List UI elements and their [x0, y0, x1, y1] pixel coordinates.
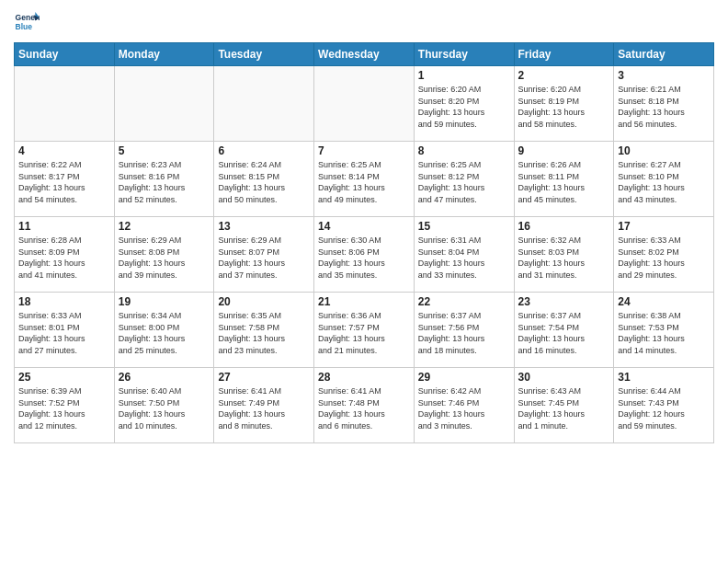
day-info: Sunrise: 6:30 AMSunset: 8:06 PMDaylight:…	[318, 235, 410, 281]
day-info: Sunrise: 6:23 AMSunset: 8:16 PMDaylight:…	[119, 159, 210, 205]
calendar-cell	[114, 66, 214, 142]
calendar-cell: 24Sunrise: 6:38 AMSunset: 7:53 PMDayligh…	[614, 293, 714, 368]
calendar-week-2: 11Sunrise: 6:28 AMSunset: 8:09 PMDayligh…	[15, 217, 714, 293]
day-info: Sunrise: 6:25 AMSunset: 8:12 PMDaylight:…	[418, 159, 510, 205]
day-info: Sunrise: 6:33 AMSunset: 8:01 PMDaylight:…	[18, 310, 110, 356]
weekday-row: SundayMondayTuesdayWednesdayThursdayFrid…	[15, 43, 714, 66]
calendar-cell: 27Sunrise: 6:41 AMSunset: 7:49 PMDayligh…	[214, 368, 314, 443]
calendar-table: SundayMondayTuesdayWednesdayThursdayFrid…	[14, 42, 714, 443]
calendar-week-0: 1Sunrise: 6:20 AMSunset: 8:20 PMDaylight…	[15, 66, 714, 142]
day-number: 20	[218, 295, 310, 308]
day-number: 12	[119, 220, 210, 233]
day-number: 11	[18, 220, 110, 233]
day-number: 27	[218, 371, 310, 384]
day-info: Sunrise: 6:32 AMSunset: 8:03 PMDaylight:…	[518, 235, 610, 281]
day-info: Sunrise: 6:38 AMSunset: 7:53 PMDaylight:…	[618, 310, 710, 356]
calendar-cell: 13Sunrise: 6:29 AMSunset: 8:07 PMDayligh…	[214, 217, 314, 293]
calendar-cell: 18Sunrise: 6:33 AMSunset: 8:01 PMDayligh…	[15, 293, 115, 368]
day-number: 6	[218, 144, 310, 157]
calendar-cell: 6Sunrise: 6:24 AMSunset: 8:15 PMDaylight…	[214, 142, 314, 217]
calendar-cell	[214, 66, 314, 142]
day-info: Sunrise: 6:34 AMSunset: 8:00 PMDaylight:…	[119, 310, 210, 356]
calendar-cell: 17Sunrise: 6:33 AMSunset: 8:02 PMDayligh…	[614, 217, 714, 293]
calendar-cell: 11Sunrise: 6:28 AMSunset: 8:09 PMDayligh…	[15, 217, 115, 293]
calendar-cell	[15, 66, 115, 142]
calendar-cell: 28Sunrise: 6:41 AMSunset: 7:48 PMDayligh…	[314, 368, 415, 443]
day-number: 7	[318, 144, 410, 157]
calendar-week-4: 25Sunrise: 6:39 AMSunset: 7:52 PMDayligh…	[15, 368, 714, 443]
calendar-cell: 4Sunrise: 6:22 AMSunset: 8:17 PMDaylight…	[15, 142, 115, 217]
day-number: 26	[119, 371, 210, 384]
day-info: Sunrise: 6:31 AMSunset: 8:04 PMDaylight:…	[418, 235, 510, 281]
day-info: Sunrise: 6:33 AMSunset: 8:02 PMDaylight:…	[618, 235, 710, 281]
weekday-header-sunday: Sunday	[15, 43, 115, 66]
calendar-cell: 31Sunrise: 6:44 AMSunset: 7:43 PMDayligh…	[614, 368, 714, 443]
day-number: 29	[418, 371, 510, 384]
day-number: 21	[318, 295, 410, 308]
calendar-cell: 22Sunrise: 6:37 AMSunset: 7:56 PMDayligh…	[414, 293, 514, 368]
day-info: Sunrise: 6:29 AMSunset: 8:07 PMDaylight:…	[218, 235, 310, 281]
page: General Blue SundayMondayTuesdayWednesda…	[0, 0, 728, 563]
calendar-cell: 23Sunrise: 6:37 AMSunset: 7:54 PMDayligh…	[514, 293, 614, 368]
day-number: 13	[218, 220, 310, 233]
day-number: 23	[518, 295, 610, 308]
day-number: 18	[18, 295, 110, 308]
calendar-cell: 8Sunrise: 6:25 AMSunset: 8:12 PMDaylight…	[414, 142, 514, 217]
weekday-header-wednesday: Wednesday	[314, 43, 415, 66]
day-number: 10	[618, 144, 710, 157]
day-info: Sunrise: 6:25 AMSunset: 8:14 PMDaylight:…	[318, 159, 410, 205]
calendar-cell	[314, 66, 415, 142]
calendar-week-1: 4Sunrise: 6:22 AMSunset: 8:17 PMDaylight…	[15, 142, 714, 217]
weekday-header-saturday: Saturday	[614, 43, 714, 66]
calendar-cell: 14Sunrise: 6:30 AMSunset: 8:06 PMDayligh…	[314, 217, 415, 293]
calendar-cell: 1Sunrise: 6:20 AMSunset: 8:20 PMDaylight…	[414, 66, 514, 142]
day-info: Sunrise: 6:27 AMSunset: 8:10 PMDaylight:…	[618, 159, 710, 205]
calendar-cell: 26Sunrise: 6:40 AMSunset: 7:50 PMDayligh…	[114, 368, 214, 443]
calendar-cell: 21Sunrise: 6:36 AMSunset: 7:57 PMDayligh…	[314, 293, 415, 368]
weekday-header-friday: Friday	[514, 43, 614, 66]
day-number: 16	[518, 220, 610, 233]
day-number: 15	[418, 220, 510, 233]
day-info: Sunrise: 6:24 AMSunset: 8:15 PMDaylight:…	[218, 159, 310, 205]
calendar-cell: 7Sunrise: 6:25 AMSunset: 8:14 PMDaylight…	[314, 142, 415, 217]
day-info: Sunrise: 6:41 AMSunset: 7:48 PMDaylight:…	[318, 385, 410, 431]
weekday-header-monday: Monday	[114, 43, 214, 66]
header: General Blue	[14, 9, 714, 35]
calendar-cell: 25Sunrise: 6:39 AMSunset: 7:52 PMDayligh…	[15, 368, 115, 443]
day-number: 24	[618, 295, 710, 308]
svg-text:Blue: Blue	[16, 22, 33, 31]
day-number: 5	[119, 144, 210, 157]
calendar-cell: 29Sunrise: 6:42 AMSunset: 7:46 PMDayligh…	[414, 368, 514, 443]
day-info: Sunrise: 6:44 AMSunset: 7:43 PMDaylight:…	[618, 385, 710, 431]
calendar-cell: 12Sunrise: 6:29 AMSunset: 8:08 PMDayligh…	[114, 217, 214, 293]
calendar-cell: 20Sunrise: 6:35 AMSunset: 7:58 PMDayligh…	[214, 293, 314, 368]
day-info: Sunrise: 6:43 AMSunset: 7:45 PMDaylight:…	[518, 385, 610, 431]
day-number: 30	[518, 371, 610, 384]
day-info: Sunrise: 6:36 AMSunset: 7:57 PMDaylight:…	[318, 310, 410, 356]
calendar-cell: 16Sunrise: 6:32 AMSunset: 8:03 PMDayligh…	[514, 217, 614, 293]
day-number: 31	[618, 371, 710, 384]
day-info: Sunrise: 6:39 AMSunset: 7:52 PMDaylight:…	[18, 385, 110, 431]
calendar-cell: 5Sunrise: 6:23 AMSunset: 8:16 PMDaylight…	[114, 142, 214, 217]
day-info: Sunrise: 6:22 AMSunset: 8:17 PMDaylight:…	[18, 159, 110, 205]
day-number: 9	[518, 144, 610, 157]
day-number: 17	[618, 220, 710, 233]
day-info: Sunrise: 6:35 AMSunset: 7:58 PMDaylight:…	[218, 310, 310, 356]
calendar-header: SundayMondayTuesdayWednesdayThursdayFrid…	[15, 43, 714, 66]
day-info: Sunrise: 6:21 AMSunset: 8:18 PMDaylight:…	[618, 84, 710, 130]
day-info: Sunrise: 6:28 AMSunset: 8:09 PMDaylight:…	[18, 235, 110, 281]
weekday-header-tuesday: Tuesday	[214, 43, 314, 66]
day-info: Sunrise: 6:20 AMSunset: 8:19 PMDaylight:…	[518, 84, 610, 130]
day-number: 19	[119, 295, 210, 308]
calendar-cell: 2Sunrise: 6:20 AMSunset: 8:19 PMDaylight…	[514, 66, 614, 142]
day-number: 22	[418, 295, 510, 308]
calendar-cell: 15Sunrise: 6:31 AMSunset: 8:04 PMDayligh…	[414, 217, 514, 293]
day-number: 25	[18, 371, 110, 384]
day-info: Sunrise: 6:20 AMSunset: 8:20 PMDaylight:…	[418, 84, 510, 130]
day-number: 8	[418, 144, 510, 157]
calendar-cell: 30Sunrise: 6:43 AMSunset: 7:45 PMDayligh…	[514, 368, 614, 443]
logo-icon: General Blue	[14, 9, 40, 35]
logo: General Blue	[14, 9, 41, 35]
day-info: Sunrise: 6:29 AMSunset: 8:08 PMDaylight:…	[119, 235, 210, 281]
calendar-body: 1Sunrise: 6:20 AMSunset: 8:20 PMDaylight…	[15, 66, 714, 443]
